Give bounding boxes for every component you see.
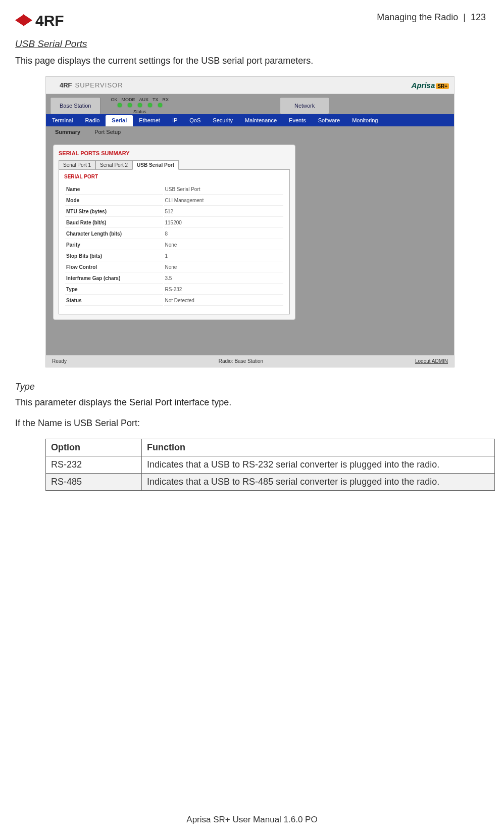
table-row: TypeRS-232 — [65, 285, 283, 295]
led-rx-icon — [158, 103, 162, 107]
ss-status-row: Base Station OK MODE AUX TX RX — [46, 94, 454, 114]
option-function: Indicates that a USB to RS-485 serial co… — [142, 474, 495, 491]
row-value: 512 — [164, 207, 284, 217]
row-key: Status — [65, 296, 163, 306]
led-label: OK — [111, 97, 117, 102]
row-value: USB Serial Port — [164, 184, 284, 195]
led-label: TX — [153, 97, 159, 102]
subnav-port-setup[interactable]: Port Setup — [87, 126, 128, 137]
ss-topbar: 4RF SUPERVISOR AprisaSR+ — [46, 77, 454, 94]
options-header-function: Function — [142, 439, 495, 456]
ss-footer-logout[interactable]: Logout ADMIN — [415, 358, 448, 364]
row-value: CLI Management — [164, 196, 284, 206]
table-row: Baud Rate (bit/s)115200 — [65, 218, 283, 228]
ss-port-tabs: Serial Port 1 Serial Port 2 USB Serial P… — [59, 160, 290, 170]
row-value: Not Detected — [164, 296, 284, 306]
table-row: RS-485 Indicates that a USB to RS-485 se… — [46, 474, 495, 491]
nav-ip[interactable]: IP — [166, 114, 183, 126]
table-row: MTU Size (bytes)512 — [65, 207, 283, 217]
led-mode-icon — [128, 103, 132, 107]
nav-terminal[interactable]: Terminal — [46, 114, 79, 126]
row-value: None — [164, 262, 284, 272]
ss-inner-panel: SERIAL PORT NameUSB Serial Port ModeCLI … — [59, 169, 290, 314]
led-label: MODE — [121, 97, 135, 102]
options-table: Option Function RS-232 Indicates that a … — [45, 439, 495, 491]
table-row: Flow ControlNone — [65, 262, 283, 272]
nav-radio[interactable]: Radio — [79, 114, 106, 126]
port-tab-usb[interactable]: USB Serial Port — [132, 160, 179, 170]
row-value: 3.5 — [164, 273, 284, 284]
ss-base-station-button[interactable]: Base Station — [50, 97, 100, 114]
row-value: RS-232 — [164, 285, 284, 295]
row-key: Mode — [65, 196, 163, 206]
nav-serial[interactable]: Serial — [106, 115, 133, 126]
nav-security[interactable]: Security — [207, 114, 239, 126]
table-row: ParityNone — [65, 240, 283, 250]
row-value: 1 — [164, 251, 284, 261]
port-tab-2[interactable]: Serial Port 2 — [95, 160, 132, 170]
table-row: Stop Bits (bits)1 — [65, 251, 283, 261]
ss-logo: 4RF — [51, 81, 72, 89]
ss-logo-icon — [51, 82, 58, 89]
table-row: Interframe Gap (chars)3.5 — [65, 273, 283, 284]
ss-brand-suffix: SR+ — [436, 83, 449, 89]
nav-software[interactable]: Software — [312, 114, 346, 126]
table-row: NameUSB Serial Port — [65, 184, 283, 195]
subnav-summary[interactable]: Summary — [48, 126, 87, 137]
if-name-text: If the Name is USB Serial Port: — [15, 418, 486, 429]
ss-leds: OK MODE AUX TX RX Status — [111, 97, 169, 114]
row-key: Character Length (bits) — [65, 229, 163, 239]
row-key: Parity — [65, 240, 163, 250]
led-ok-icon — [118, 103, 122, 107]
ss-subnav: Summary Port Setup — [46, 126, 454, 137]
ss-network-button[interactable]: Network — [280, 97, 329, 114]
ss-footer-ready: Ready — [52, 358, 67, 364]
ss-status-label: Status — [133, 109, 146, 114]
row-value: None — [164, 240, 284, 250]
section-title: USB Serial Ports — [15, 38, 486, 50]
row-key: Stop Bits (bits) — [65, 251, 163, 261]
led-label: RX — [162, 97, 169, 102]
row-value: 8 — [164, 229, 284, 239]
led-label: AUX — [139, 97, 148, 102]
header-section: Managing the Radio — [377, 12, 458, 22]
option-name: RS-232 — [46, 456, 142, 474]
logo: 4RF — [15, 12, 64, 29]
nav-monitoring[interactable]: Monitoring — [346, 114, 384, 126]
row-value: 115200 — [164, 218, 284, 228]
row-key: Flow Control — [65, 262, 163, 272]
row-key: Interframe Gap (chars) — [65, 273, 163, 284]
ss-brand-name: Aprisa — [412, 81, 435, 89]
row-key: Type — [65, 285, 163, 295]
table-row: StatusNot Detected — [65, 296, 283, 306]
led-aux-icon — [138, 103, 142, 107]
ss-footer: Ready Radio: Base Station Logout ADMIN — [46, 355, 454, 367]
logo-text: 4RF — [35, 12, 64, 29]
row-key: Baud Rate (bit/s) — [65, 218, 163, 228]
option-name: RS-485 — [46, 474, 142, 491]
ss-brand: AprisaSR+ — [412, 81, 449, 89]
ss-panel-title: SERIAL PORTS SUMMARY — [59, 150, 290, 156]
led-tx-icon — [148, 103, 152, 107]
nav-ethernet[interactable]: Ethernet — [133, 114, 166, 126]
header-right: Managing the Radio | 123 — [377, 12, 486, 23]
ss-footer-radio: Radio: Base Station — [219, 358, 263, 364]
header-page: 123 — [471, 12, 486, 22]
logo-icon — [15, 12, 32, 29]
intro-text: This page displays the current settings … — [15, 56, 486, 66]
ss-supervisor-label: SUPERVISOR — [75, 81, 123, 89]
table-row: ModeCLI Management — [65, 196, 283, 206]
nav-events[interactable]: Events — [283, 114, 312, 126]
ss-panel: SERIAL PORTS SUMMARY Serial Port 1 Seria… — [53, 145, 295, 320]
table-row: Character Length (bits)8 — [65, 229, 283, 239]
ss-inner-title: SERIAL PORT — [64, 174, 284, 179]
nav-qos[interactable]: QoS — [183, 114, 207, 126]
port-tab-1[interactable]: Serial Port 1 — [59, 160, 95, 170]
option-function: Indicates that a USB to RS-232 serial co… — [142, 456, 495, 474]
page-header: 4RF Managing the Radio | 123 — [15, 12, 486, 29]
nav-maintenance[interactable]: Maintenance — [239, 114, 283, 126]
page-footer: Aprisa SR+ User Manual 1.6.0 PO — [0, 815, 504, 825]
supervisor-screenshot: 4RF SUPERVISOR AprisaSR+ Base Station OK… — [45, 76, 455, 367]
ss-nav: Terminal Radio Serial Ethernet IP QoS Se… — [46, 114, 454, 126]
type-heading: Type — [15, 382, 486, 392]
